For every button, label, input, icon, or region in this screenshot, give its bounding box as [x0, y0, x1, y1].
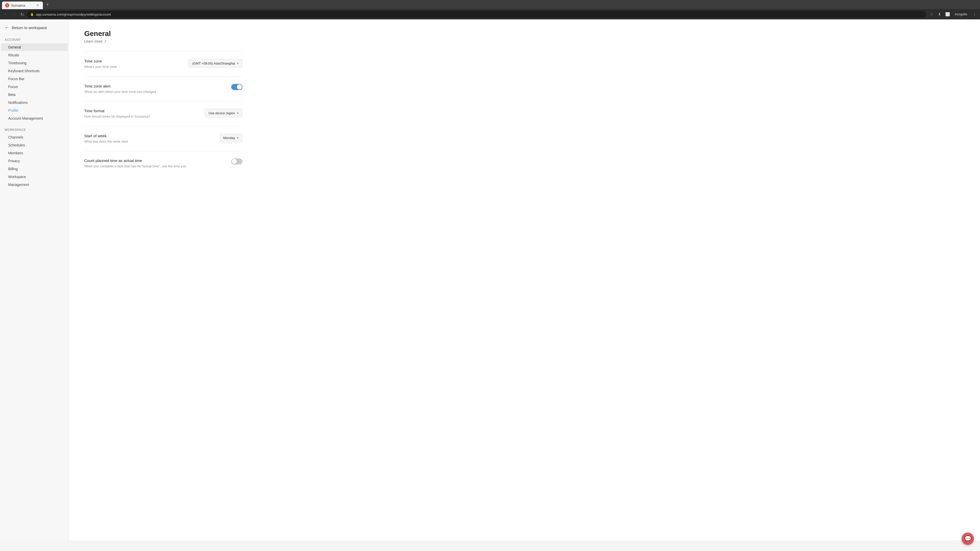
toggle-thumb-count-planned-time — [232, 159, 237, 164]
toggle-time-zone-alert[interactable] — [231, 84, 242, 90]
back-button[interactable]: ← — [2, 11, 9, 18]
browser-toolbar: ☆ ⬇ ⬜ Incognito ⋮ — [928, 11, 978, 18]
label-group-count-planned-time: Count planned time as actual timeWhen yo… — [84, 159, 221, 169]
label-group-start-of-week: Start of weekWhat day does the week star… — [84, 134, 209, 144]
sidebar-item-general[interactable]: General — [1, 43, 68, 51]
settings-description-start-of-week: What day does the week start — [84, 139, 209, 144]
settings-description-time-zone-alert: Show an alert when your time zone has ch… — [84, 89, 221, 94]
settings-control-time-format: Use device region▾ — [205, 109, 242, 118]
address-bar[interactable]: 🔒 app.sunsama.com/group/moodjoy/settings… — [27, 11, 926, 18]
workspace-menu: ChannelsSchedulesMembersPrivacyBillingWo… — [0, 133, 68, 189]
app-layout: ← Return to workspace Account GeneralRit… — [0, 19, 980, 540]
sidebar-item-keyboard-shortcuts[interactable]: Keyboard Shortcuts — [1, 67, 68, 75]
settings-row-time-format: Time formatHow should times be displayed… — [84, 109, 242, 119]
label-group-time-zone: Time zoneWhat's your time zone — [84, 59, 178, 69]
settings-description-count-planned-time: When you complete a task that has no "ac… — [84, 164, 221, 169]
tab-close-button[interactable]: ✕ — [36, 3, 40, 7]
profile-label: Incognito — [955, 13, 967, 16]
account-section: Account GeneralRitualsTimeboxingKeyboard… — [0, 35, 68, 125]
label-group-time-zone-alert: Time zone alertShow an alert when your t… — [84, 84, 221, 94]
sidebar-item-schedules[interactable]: Schedules — [1, 141, 68, 149]
sidebar-item-focus-bar[interactable]: Focus Bar — [1, 75, 68, 83]
sidebar: ← Return to workspace Account GeneralRit… — [0, 19, 69, 540]
settings-label-time-zone: Time zone — [84, 59, 178, 63]
settings-label-count-planned-time: Count planned time as actual time — [84, 159, 221, 163]
settings-row-start-of-week: Start of weekWhat day does the week star… — [84, 134, 242, 144]
settings-section-time-zone: Time zoneWhat's your time zone(GMT +08:0… — [84, 52, 242, 76]
profile-button[interactable]: Incognito — [952, 11, 970, 18]
account-menu: GeneralRitualsTimeboxingKeyboard Shortcu… — [0, 43, 68, 122]
active-tab[interactable]: S Sunsama ✕ — [2, 2, 43, 9]
dropdown-start-of-week[interactable]: Monday▾ — [220, 134, 242, 142]
content-inner: General Learn more ↗ Time zoneWhat's you… — [69, 19, 258, 186]
dropdown-value-time-format: Use device region — [208, 111, 235, 115]
chevron-down-icon: ▾ — [237, 136, 239, 140]
dropdown-time-format[interactable]: Use device region▾ — [205, 109, 242, 118]
account-section-title: Account — [0, 35, 68, 43]
sidebar-item-rituals[interactable]: Rituals — [1, 51, 68, 59]
learn-more-label: Learn more — [84, 39, 103, 43]
back-arrow-icon: ← — [5, 25, 9, 30]
chat-icon: 💬 — [964, 535, 971, 540]
bookmark-button[interactable]: ☆ — [928, 11, 935, 18]
settings-section-time-format: Time formatHow should times be displayed… — [84, 101, 242, 126]
dropdown-time-zone[interactable]: (GMT +08:00) Asia/Shanghai▾ — [188, 59, 242, 68]
sidebar-item-management[interactable]: Management — [1, 181, 68, 189]
lock-icon: 🔒 — [30, 13, 34, 16]
settings-section-time-zone-alert: Time zone alertShow an alert when your t… — [84, 76, 242, 102]
return-button-label: Return to workspace — [12, 25, 47, 30]
settings-control-count-planned-time — [231, 159, 242, 165]
sidebar-item-billing[interactable]: Billing — [1, 165, 68, 173]
address-bar-row: ← → ↻ 🔒 app.sunsama.com/group/moodjoy/se… — [0, 9, 980, 19]
settings-row-count-planned-time: Count planned time as actual timeWhen yo… — [84, 159, 242, 169]
settings-label-time-zone-alert: Time zone alert — [84, 84, 221, 88]
sidebar-item-privacy[interactable]: Privacy — [1, 157, 68, 165]
settings-description-time-zone: What's your time zone — [84, 64, 178, 69]
sidebar-item-account-management[interactable]: Account Management — [1, 114, 68, 122]
settings-description-time-format: How should times be displayed in Sunsama… — [84, 114, 194, 119]
page-title: General — [84, 30, 242, 38]
tab-favicon: S — [5, 3, 9, 7]
sidebar-item-timeboxing[interactable]: Timeboxing — [1, 59, 68, 67]
chevron-down-icon: ▾ — [237, 111, 239, 115]
main-content: General Learn more ↗ Time zoneWhat's you… — [69, 19, 980, 540]
address-text: app.sunsama.com/group/moodjoy/settings/a… — [36, 13, 111, 16]
dropdown-value-time-zone: (GMT +08:00) Asia/Shanghai — [192, 62, 235, 65]
chevron-down-icon: ▾ — [237, 62, 239, 65]
label-group-time-format: Time formatHow should times be displayed… — [84, 109, 194, 119]
external-link-icon: ↗ — [104, 40, 107, 43]
settings-row-time-zone-alert: Time zone alertShow an alert when your t… — [84, 84, 242, 94]
sidebar-item-beta[interactable]: Beta — [1, 91, 68, 98]
forward-button[interactable]: → — [10, 11, 18, 18]
sidebar-item-profile[interactable]: Profile — [1, 106, 68, 114]
tab-bar: S Sunsama ✕ + — [0, 0, 980, 9]
settings-section-count-planned-time: Count planned time as actual timeWhen yo… — [84, 151, 242, 176]
settings-section-start-of-week: Start of weekWhat day does the week star… — [84, 126, 242, 151]
settings-label-time-format: Time format — [84, 109, 194, 113]
workspace-section: Workspace ChannelsSchedulesMembersPrivac… — [0, 125, 68, 192]
sidebar-item-focus[interactable]: Focus — [1, 83, 68, 91]
extensions-button[interactable]: ⬜ — [944, 11, 951, 18]
tab-title: Sunsama — [11, 3, 34, 7]
learn-more-link[interactable]: Learn more ↗ — [84, 39, 107, 43]
settings-label-start-of-week: Start of week — [84, 134, 209, 138]
settings-control-time-zone-alert — [231, 84, 242, 90]
settings-sections: Time zoneWhat's your time zone(GMT +08:0… — [84, 52, 242, 176]
menu-button[interactable]: ⋮ — [971, 11, 978, 18]
nav-buttons: ← → ↻ — [2, 11, 25, 18]
new-tab-button[interactable]: + — [44, 1, 51, 8]
toggle-count-planned-time[interactable] — [231, 159, 242, 165]
return-to-workspace-button[interactable]: ← Return to workspace — [0, 19, 68, 35]
sidebar-item-members[interactable]: Members — [1, 149, 68, 157]
dropdown-value-start-of-week: Monday — [223, 136, 235, 140]
workspace-section-title: Workspace — [0, 125, 68, 133]
settings-control-time-zone: (GMT +08:00) Asia/Shanghai▾ — [188, 59, 242, 68]
sidebar-item-workspace[interactable]: Workspace — [1, 173, 68, 181]
reload-button[interactable]: ↻ — [18, 11, 25, 18]
download-button[interactable]: ⬇ — [936, 11, 943, 18]
sidebar-item-notifications[interactable]: Notifications — [1, 99, 68, 106]
settings-row-time-zone: Time zoneWhat's your time zone(GMT +08:0… — [84, 59, 242, 69]
settings-control-start-of-week: Monday▾ — [220, 134, 242, 142]
sidebar-item-channels[interactable]: Channels — [1, 133, 68, 141]
toggle-thumb-time-zone-alert — [237, 84, 242, 89]
